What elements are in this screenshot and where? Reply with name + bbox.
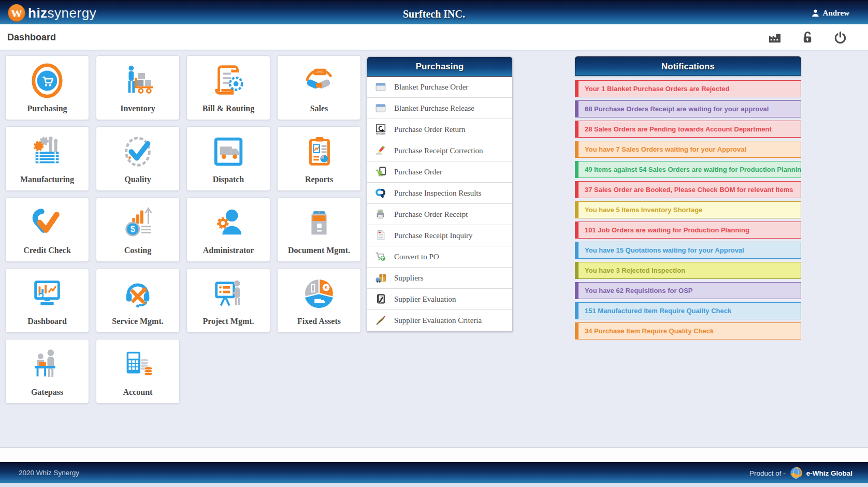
menu-item-label: Blanket Purchase Release (394, 104, 474, 113)
logo-text-light: synergy (48, 5, 97, 21)
tile-label: Costing (124, 246, 151, 255)
notification-item[interactable]: You have 15 Quotations waiting for your … (575, 242, 801, 259)
notifications-list: Your 1 Blanket Purchase Orders are Rejec… (575, 80, 801, 340)
user-icon (811, 8, 820, 18)
svg-text:$: $ (325, 285, 328, 290)
module-tile-dashboard[interactable]: Dashboard (5, 268, 89, 333)
menu-item-purchase-order-return[interactable]: RETURNS Purchase Order Return (367, 119, 512, 140)
module-tile-inventory[interactable]: Inventory (96, 55, 180, 120)
sales-handshake-icon (301, 63, 337, 99)
purchasing-menu-list: Blanket Purchase Order Blanket Purchase … (367, 77, 512, 331)
factory-icon[interactable] (768, 31, 782, 45)
notifications-panel-title: Notifications (575, 56, 801, 76)
module-tile-credit-check[interactable]: Credit Check (5, 197, 89, 262)
module-tile-project-mgmt[interactable]: Project Mgmt. (186, 268, 270, 333)
module-tile-document-mgmt[interactable]: Document Mgmt. (277, 197, 361, 262)
inventory-trolley-icon (120, 63, 156, 99)
menu-item-supplier-evaluation-criteria[interactable]: Supplier Evaluation Criteria (367, 310, 512, 331)
menu-item-purchase-order-receipt[interactable]: Purchase Order Receipt (367, 204, 512, 225)
notification-item[interactable]: 68 Purchase Orders Receipt are waiting f… (575, 100, 801, 117)
returns-icon: RETURNS (375, 124, 386, 135)
module-tile-administrator[interactable]: Administrator (186, 197, 270, 262)
menu-item-label: Purchase Inspection Results (394, 189, 481, 198)
tile-label: Quality (124, 175, 151, 184)
svg-text:$: $ (131, 224, 135, 234)
notification-item[interactable]: 151 Manufactured Item Require Quality Ch… (575, 302, 801, 319)
footer-copyright: 2020 Whiz Synergy (19, 463, 79, 483)
menu-item-label: Convert to PO (394, 253, 439, 261)
footer-product-prefix: Product of - (749, 469, 786, 477)
menu-item-convert-to-po[interactable]: Convert to PO (367, 246, 512, 268)
tile-label: Manufacturing (20, 175, 74, 184)
module-tile-costing[interactable]: $ Costing (96, 197, 180, 262)
service-headset-icon (120, 275, 156, 312)
cq-badge-icon (375, 187, 386, 199)
module-tile-sales[interactable]: Sales (277, 55, 361, 120)
globe-icon (789, 466, 803, 480)
tile-label: Sales (310, 104, 328, 113)
notification-item[interactable]: You have 5 Items Inventory Shortage (575, 201, 801, 218)
tile-label: Fixed Assets (297, 317, 341, 326)
administrator-user-gear-icon (210, 204, 247, 241)
tile-label: Project Mgmt. (202, 317, 254, 326)
unlock-icon[interactable] (801, 31, 815, 45)
module-tile-purchasing[interactable]: Purchasing (5, 55, 89, 120)
gatepass-desk-icon (29, 346, 65, 382)
menu-item-purchase-receipt-correction[interactable]: Purchase Receipt Correction (367, 140, 512, 161)
module-tile-service-mgmt[interactable]: Service Mgmt. (96, 268, 180, 333)
module-tile-manufacturing[interactable]: Manufacturing (5, 126, 89, 191)
notification-item[interactable]: 49 Items against 54 Sales Orders are wai… (575, 161, 801, 178)
footer-brand-name[interactable]: e-Whiz Global (806, 469, 852, 477)
reports-clipboard-icon (301, 134, 337, 170)
menu-item-suppliers[interactable]: Suppliers (367, 268, 512, 289)
box-truck-icon (375, 272, 386, 284)
tile-label: Document Mgmt. (288, 246, 350, 255)
menu-item-supplier-evaluation[interactable]: Supplier Evaluation (367, 289, 512, 310)
toolbar-icons (768, 24, 847, 50)
tile-label: Bill & Routing (202, 104, 254, 113)
module-tile-gatepass[interactable]: Gatepass (5, 339, 89, 404)
tile-label: Account (123, 388, 153, 397)
notification-item[interactable]: 28 Sales Orders are Pending towards Acco… (575, 121, 801, 138)
module-tile-dispatch[interactable]: Dispatch (186, 126, 270, 191)
svg-text:RETURNS: RETURNS (376, 133, 386, 135)
module-tile-quality[interactable]: Quality (96, 126, 180, 191)
tile-label: Reports (305, 175, 333, 184)
menu-item-label: Supplier Evaluation (394, 295, 456, 304)
tile-label: Administrator (203, 246, 254, 255)
menu-item-purchase-order[interactable]: Purchase Order (367, 161, 512, 183)
notification-item[interactable]: 34 Purchase Item Require Quality Check (575, 322, 801, 340)
menu-item-label: Blanket Purchase Order (394, 83, 468, 92)
cart-upload-icon (375, 251, 386, 262)
svg-text:W: W (11, 7, 22, 20)
menu-item-blanket-purchase-order[interactable]: Blanket Purchase Order (367, 77, 512, 98)
notification-item[interactable]: 37 Sales Order are Booked, Please Check … (575, 181, 801, 198)
bill-routing-scroll-icon (210, 63, 247, 99)
module-tile-account[interactable]: Account (96, 339, 180, 404)
tile-label: Dashboard (27, 317, 67, 326)
menu-item-blanket-purchase-release[interactable]: Blanket Purchase Release (367, 98, 512, 119)
user-menu[interactable]: Andrew (811, 8, 849, 18)
module-tile-reports[interactable]: Reports (277, 126, 361, 191)
menu-item-purchase-receipt-inquiry[interactable]: Purchase Receipt Inquiry (367, 225, 512, 246)
notification-item[interactable]: 101 Job Orders are waiting for Productio… (575, 222, 801, 239)
cart-page-icon (375, 166, 386, 178)
account-calculator-icon (120, 346, 156, 382)
module-tile-bill-routing[interactable]: Bill & Routing (186, 55, 270, 120)
module-tiles-grid: Purchasing Inventory Bill & Routing Sale… (5, 55, 368, 404)
menu-item-label: Purchase Receipt Inquiry (394, 231, 473, 240)
notification-item[interactable]: You have 3 Rejected Inspection (575, 262, 801, 279)
document-cabinet-icon (301, 204, 337, 241)
notification-item[interactable]: You have 62 Requisitions for OSP (575, 282, 801, 299)
user-name: Andrew (823, 9, 849, 18)
project-presentation-icon (210, 275, 247, 312)
notification-item[interactable]: Your 1 Blanket Purchase Orders are Rejec… (575, 80, 801, 97)
printer-icon (375, 209, 386, 220)
tile-label: Credit Check (23, 246, 71, 255)
menu-item-label: Purchase Order Receipt (394, 210, 468, 219)
module-tile-fixed-assets[interactable]: $ Fixed Assets (277, 268, 361, 333)
power-icon[interactable] (833, 31, 847, 45)
menu-item-purchase-inspection-results[interactable]: Purchase Inspection Results (367, 183, 512, 204)
notification-item[interactable]: You have 7 Sales Orders waiting for your… (575, 141, 801, 158)
menu-item-label: Purchase Receipt Correction (394, 146, 483, 155)
